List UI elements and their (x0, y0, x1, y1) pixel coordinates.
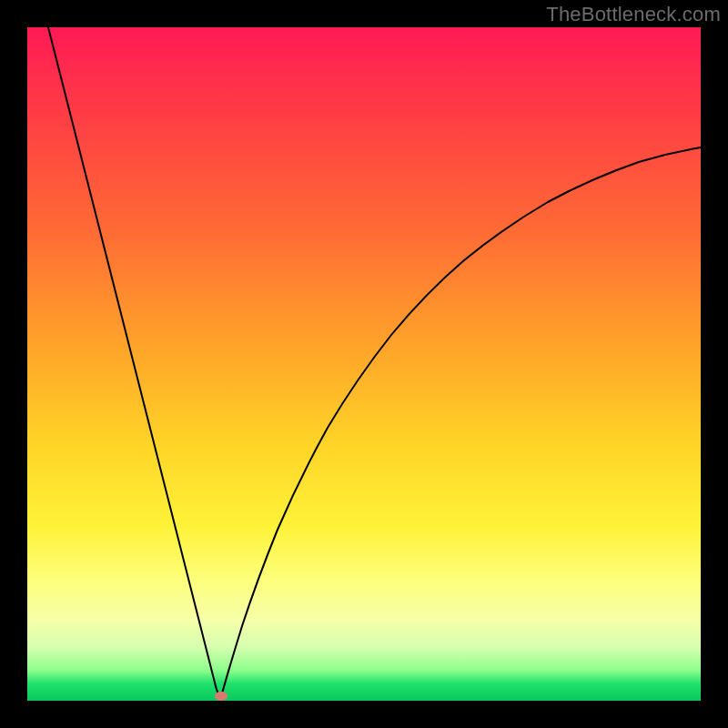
canvas: TheBottleneck.com (0, 0, 728, 728)
bottleneck-curve (48, 27, 701, 695)
minimum-marker (215, 692, 228, 701)
curve-layer (27, 27, 701, 701)
plot-area (27, 27, 701, 701)
watermark-text: TheBottleneck.com (546, 3, 721, 26)
